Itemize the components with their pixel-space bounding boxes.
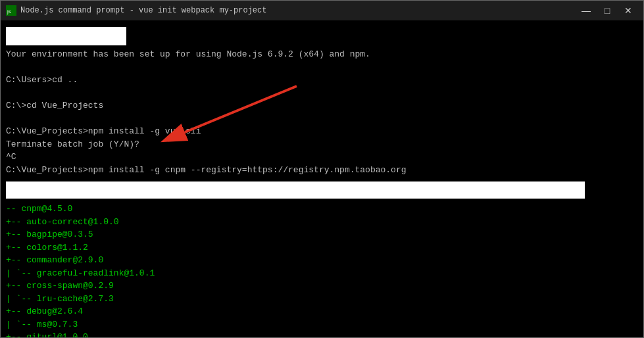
- lower-lines: -- cnpm@4.5.0+-- auto-correct@1.0.0+-- b…: [6, 203, 638, 337]
- terminal-line: +-- debug@2.6.4: [6, 305, 638, 318]
- terminal-line: Your environment has been set up for usi…: [6, 48, 638, 61]
- red-arrow: [145, 80, 310, 145]
- terminal-line: +-- auto-correct@1.0.0: [6, 216, 638, 229]
- terminal-line: [6, 87, 638, 100]
- terminal-line: C:\>cd Vue_Projects: [6, 99, 638, 112]
- white-bar-top: [6, 27, 126, 45]
- terminal-line: +-- bagpipe@0.3.5: [6, 228, 638, 241]
- separator-bar: [6, 181, 585, 199]
- maximize-button[interactable]: □: [597, 4, 617, 17]
- terminal-line: +-- cross-spawn@0.2.9: [6, 279, 638, 293]
- close-button[interactable]: ✕: [618, 4, 638, 17]
- terminal-line: ^C: [6, 151, 638, 164]
- terminal-line: +-- commander@2.9.0: [6, 254, 638, 267]
- terminal-upper: Your environment has been set up for usi…: [1, 20, 643, 180]
- terminal-body: Your environment has been set up for usi…: [1, 20, 643, 337]
- terminal-line: C:\Vue_Projects>npm install -g cnpm --re…: [6, 164, 638, 177]
- title-bar: js Node.js command prompt - vue init web…: [1, 1, 643, 20]
- terminal-line: [6, 61, 638, 74]
- terminal-line: C:\Users>cd ..: [6, 74, 638, 87]
- terminal-line: | `-- lru-cache@2.7.3: [6, 293, 638, 306]
- window-title: Node.js command prompt - vue init webpac…: [20, 6, 266, 15]
- title-bar-left: js Node.js command prompt - vue init web…: [6, 5, 266, 16]
- upper-lines: Your environment has been set up for usi…: [6, 48, 638, 176]
- minimize-button[interactable]: —: [576, 4, 596, 17]
- terminal-line: C:\Vue_Projects>npm install -g vue-cli: [6, 125, 638, 138]
- terminal-line: +-- giturl@1.0.0: [6, 331, 638, 337]
- title-bar-controls: — □ ✕: [576, 4, 638, 17]
- svg-text:js: js: [7, 9, 11, 14]
- nodejs-icon: js: [6, 5, 16, 16]
- terminal-lower: -- cnpm@4.5.0+-- auto-correct@1.0.0+-- b…: [1, 200, 643, 337]
- terminal-line: -- cnpm@4.5.0: [6, 203, 638, 216]
- terminal-line: +-- colors@1.1.2: [6, 241, 638, 254]
- terminal-line: | `-- graceful-readlink@1.0.1: [6, 267, 638, 280]
- svg-line-3: [185, 86, 297, 132]
- terminal-line: | `-- ms@0.7.3: [6, 318, 638, 331]
- window: js Node.js command prompt - vue init web…: [0, 0, 644, 338]
- terminal-line: [6, 112, 638, 126]
- terminal-line: Terminate batch job (Y/N)?: [6, 138, 638, 151]
